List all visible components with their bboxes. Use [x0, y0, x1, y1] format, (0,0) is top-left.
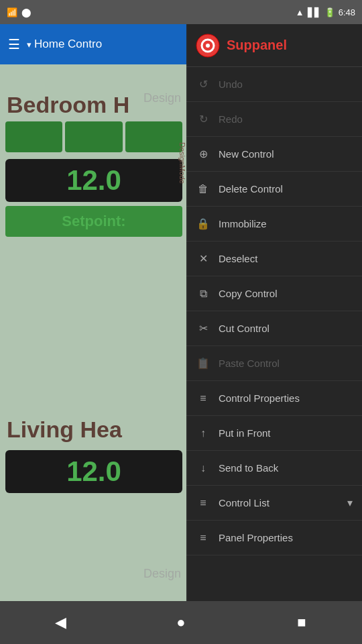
- menu-item-control-properties[interactable]: ≡Control Properties: [186, 381, 362, 416]
- control-list-arrow-icon: ▾: [347, 496, 353, 509]
- header-title-text: Home Contro: [34, 38, 102, 51]
- time-label: 6:48: [339, 7, 355, 17]
- bedroom-btn-3[interactable]: [125, 121, 182, 152]
- deselect-label: Deselect: [219, 253, 257, 264]
- hamburger-icon[interactable]: ☰: [8, 36, 20, 52]
- bedroom-value: 12.0: [11, 164, 177, 197]
- status-bar: 📶 ⬤ ▲ ▋▋ 🔋 6:48: [0, 0, 362, 24]
- undo-icon: ↺: [196, 77, 210, 92]
- app-header: ☰ ▾ Home Contro: [0, 24, 188, 64]
- svg-point-2: [206, 44, 210, 48]
- menu-item-control-list[interactable]: ≡Control List▾: [186, 486, 362, 521]
- back-button[interactable]: ◀: [44, 606, 77, 639]
- menu-item-panel-properties[interactable]: ≡Panel Properties: [186, 521, 362, 555]
- menu-item-redo: ↻Redo: [186, 102, 362, 137]
- send-to-back-icon: ↓: [196, 461, 210, 476]
- new-control-label: New Control: [219, 148, 274, 160]
- nav-bar: ◀ ● ■: [0, 601, 362, 644]
- setpoint-label: Setpoint:: [62, 213, 125, 230]
- menu-item-paste-control: 📋Paste Control: [186, 346, 362, 381]
- suppanel-name: Suppanel: [227, 38, 287, 53]
- bedroom-section: Bedroom H 12.0 Setpoint: DesignMode: [0, 89, 188, 239]
- put-in-front-label: Put in Front: [219, 427, 271, 439]
- signal-bars-icon: ▋▋: [308, 7, 321, 17]
- header-title: ▾ Home Contro: [27, 38, 102, 51]
- bedroom-btn-2[interactable]: [65, 121, 122, 152]
- bedroom-buttons-row: [0, 121, 188, 155]
- cut-control-label: Cut Control: [219, 323, 269, 334]
- immobilize-label: Immobilize: [219, 218, 267, 229]
- design-mode-label: DesignMode: [178, 142, 186, 184]
- paste-control-icon: 📋: [196, 356, 210, 371]
- recent-apps-button[interactable]: ■: [285, 606, 318, 639]
- control-list-icon: ≡: [196, 496, 210, 511]
- send-to-back-label: Send to Back: [219, 462, 278, 474]
- wifi-icon: 📶: [7, 7, 17, 17]
- context-menu: Suppanel ↺Undo↻Redo⊕New Control🗑Delete C…: [186, 24, 362, 601]
- menu-header: Suppanel: [186, 24, 362, 67]
- put-in-front-icon: ↑: [196, 426, 210, 441]
- delete-control-icon: 🗑: [196, 182, 210, 197]
- control-properties-label: Control Properties: [219, 392, 300, 404]
- suppanel-logo-icon: [196, 34, 220, 58]
- bedroom-value-box: 12.0: [5, 159, 182, 202]
- immobilize-icon: 🔒: [196, 217, 210, 231]
- living-value-box: 12.0: [5, 450, 182, 493]
- menu-item-immobilize[interactable]: 🔒Immobilize: [186, 207, 362, 241]
- menu-item-deselect[interactable]: ✕Deselect: [186, 241, 362, 276]
- status-right: ▲ ▋▋ 🔋 6:48: [296, 7, 355, 17]
- main-content: Design Bedroom H 12.0 Setpoint: DesignMo…: [0, 24, 188, 601]
- copy-control-icon: ⧉: [196, 286, 210, 301]
- menu-item-send-to-back[interactable]: ↓Send to Back: [186, 451, 362, 486]
- menu-item-undo: ↺Undo: [186, 67, 362, 102]
- menu-item-put-in-front[interactable]: ↑Put in Front: [186, 416, 362, 451]
- living-section: Living Hea 12.0: [0, 413, 188, 497]
- design-label-bottom: Design: [143, 567, 181, 581]
- bedroom-title: Bedroom H: [0, 89, 188, 121]
- home-button[interactable]: ●: [164, 606, 198, 639]
- menu-item-cut-control[interactable]: ✂Cut Control: [186, 311, 362, 346]
- living-title: Living Hea: [0, 413, 188, 446]
- header-arrow-icon: ▾: [27, 40, 32, 50]
- cut-control-icon: ✂: [196, 321, 210, 336]
- control-list-label: Control List: [219, 497, 269, 508]
- living-value: 12.0: [11, 455, 177, 488]
- delete-control-label: Delete Control: [219, 183, 283, 195]
- panel-properties-icon: ≡: [196, 531, 210, 545]
- undo-label: Undo: [219, 78, 243, 90]
- new-control-icon: ⊕: [196, 147, 210, 162]
- battery-icon: 🔋: [324, 7, 335, 17]
- panel-properties-label: Panel Properties: [219, 532, 293, 543]
- redo-icon: ↻: [196, 112, 210, 127]
- menu-item-new-control[interactable]: ⊕New Control: [186, 137, 362, 172]
- menu-item-delete-control[interactable]: 🗑Delete Control: [186, 172, 362, 207]
- signal-icon: ▲: [296, 7, 304, 17]
- menu-item-copy-control[interactable]: ⧉Copy Control: [186, 276, 362, 311]
- redo-label: Redo: [219, 113, 243, 125]
- dot-icon: ⬤: [21, 7, 32, 17]
- menu-items-list: ↺Undo↻Redo⊕New Control🗑Delete Control🔒Im…: [186, 67, 362, 555]
- paste-control-label: Paste Control: [219, 358, 280, 369]
- deselect-icon: ✕: [196, 252, 210, 266]
- bedroom-btn-1[interactable]: [5, 121, 62, 152]
- status-left: 📶 ⬤: [7, 7, 32, 17]
- setpoint-button[interactable]: Setpoint:: [5, 206, 182, 237]
- control-properties-icon: ≡: [196, 391, 210, 406]
- copy-control-label: Copy Control: [219, 288, 278, 299]
